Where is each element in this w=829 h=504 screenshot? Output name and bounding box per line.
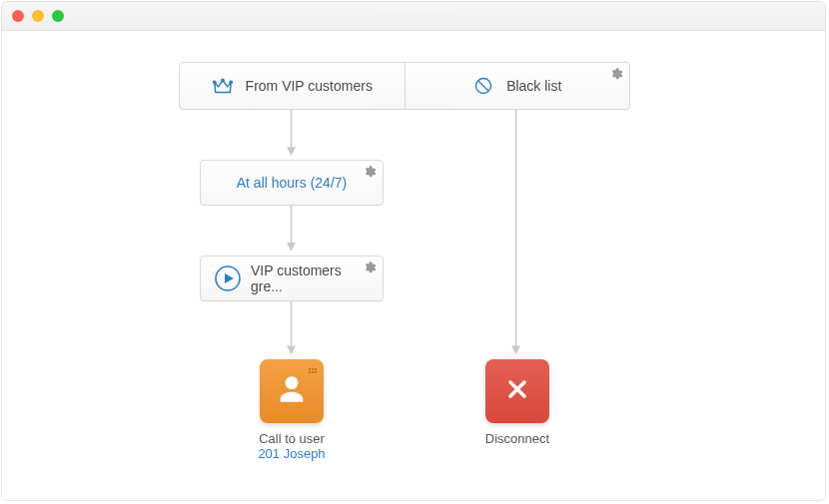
svg-point-11 xyxy=(315,371,317,373)
action-call-caption: Call to user 201 Joseph xyxy=(232,431,352,461)
action-disconnect-tile[interactable] xyxy=(485,359,549,423)
user-icon xyxy=(275,372,309,410)
svg-point-7 xyxy=(312,368,314,370)
source-node-group[interactable]: From VIP customers Black list xyxy=(179,62,630,110)
svg-point-6 xyxy=(309,368,311,370)
flow-canvas: From VIP customers Black list xyxy=(2,30,825,500)
maximize-window-button[interactable] xyxy=(52,10,64,22)
greeting-label: VIP customers gre... xyxy=(251,262,369,294)
source-blacklist[interactable]: Black list xyxy=(406,63,630,109)
action-call-to-user[interactable]: Call to user 201 Joseph xyxy=(260,359,324,461)
svg-point-9 xyxy=(309,371,311,373)
action-call-subtitle[interactable]: 201 Joseph xyxy=(232,446,352,461)
gear-icon[interactable] xyxy=(609,67,623,81)
source-vip-label: From VIP customers xyxy=(246,78,373,94)
action-disconnect-title: Disconnect xyxy=(457,431,577,446)
crown-icon xyxy=(212,75,234,97)
options-dots-icon[interactable] xyxy=(307,364,319,376)
close-window-button[interactable] xyxy=(12,10,24,22)
action-disconnect[interactable]: Disconnect xyxy=(485,359,549,446)
gear-icon[interactable] xyxy=(363,260,377,274)
schedule-node[interactable]: At all hours (24/7) xyxy=(200,160,384,206)
svg-point-10 xyxy=(312,371,314,373)
source-blacklist-label: Black list xyxy=(506,78,561,94)
minimize-window-button[interactable] xyxy=(32,10,44,22)
action-call-tile[interactable] xyxy=(260,359,324,423)
play-icon[interactable] xyxy=(215,265,241,291)
close-icon xyxy=(503,375,531,407)
gear-icon[interactable] xyxy=(363,165,377,179)
source-vip-customers[interactable]: From VIP customers xyxy=(180,63,406,109)
svg-point-8 xyxy=(315,368,317,370)
action-disconnect-caption: Disconnect xyxy=(457,431,577,446)
action-call-title: Call to user xyxy=(232,431,352,446)
greeting-node[interactable]: VIP customers gre... xyxy=(200,255,384,301)
ban-icon xyxy=(472,75,494,97)
schedule-label: At all hours (24/7) xyxy=(237,175,348,191)
titlebar xyxy=(2,2,825,31)
svg-line-4 xyxy=(478,81,488,91)
app-window: From VIP customers Black list xyxy=(1,1,826,501)
